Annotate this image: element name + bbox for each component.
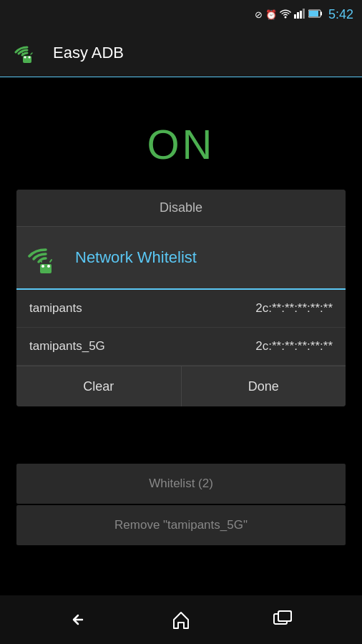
- network-name-1: tamipants: [29, 301, 82, 316]
- status-bar: ⊘ ⏰: [0, 0, 362, 29]
- network-whitelist-dialog: Disable Network Whitelist: [16, 190, 346, 406]
- app-icon: [11, 37, 43, 69]
- svg-rect-3: [300, 11, 302, 19]
- network-name-2: tamipants_5G: [29, 339, 105, 353]
- main-content: ON Disable Network White: [0, 77, 362, 561]
- nav-bar: [0, 595, 362, 644]
- whitelist-button[interactable]: Whitelist (2): [16, 464, 346, 504]
- svg-point-10: [29, 56, 31, 58]
- status-icons: ⊘ ⏰: [255, 9, 323, 21]
- app-logo-icon: [14, 40, 40, 66]
- home-button[interactable]: [160, 605, 202, 634]
- svg-rect-7: [309, 11, 318, 16]
- home-icon: [171, 610, 191, 630]
- dialog-title: Network Whitelist: [75, 248, 197, 267]
- network-row-2: tamipants_5G 2c:**:**:**:**:**: [16, 328, 346, 366]
- svg-rect-6: [321, 11, 322, 15]
- signal-icon: [294, 9, 305, 21]
- status-text: ON: [147, 120, 215, 168]
- recent-button[interactable]: [261, 605, 304, 634]
- back-button[interactable]: [58, 605, 101, 634]
- svg-rect-1: [294, 14, 296, 19]
- alarm-icon: ⏰: [265, 9, 277, 20]
- remove-button[interactable]: Remove "tamipants_5G": [16, 505, 346, 545]
- svg-rect-19: [278, 611, 291, 621]
- svg-point-9: [24, 56, 26, 58]
- svg-point-15: [47, 265, 50, 268]
- dialog-actions: Clear Done: [16, 366, 346, 406]
- mute-icon: ⊘: [255, 9, 263, 20]
- header-wifi-android-icon: [28, 240, 64, 275]
- clear-button[interactable]: Clear: [16, 366, 182, 406]
- svg-rect-4: [303, 9, 305, 19]
- svg-point-14: [41, 265, 44, 268]
- app-title: Easy ADB: [53, 44, 124, 62]
- status-time: 5:42: [328, 7, 353, 22]
- dialog-header: Network Whitelist: [16, 227, 346, 290]
- network-mac-1: 2c:**:**:**:**:**: [255, 301, 333, 316]
- svg-rect-2: [297, 12, 299, 19]
- battery-icon: [308, 9, 323, 20]
- svg-point-0: [284, 16, 286, 18]
- svg-line-17: [50, 260, 52, 262]
- network-row-1: tamipants 2c:**:**:**:**:**: [16, 290, 346, 328]
- app-bar: Easy ADB: [0, 29, 362, 77]
- done-button[interactable]: Done: [182, 366, 346, 406]
- svg-line-12: [31, 53, 32, 54]
- bottom-section: Whitelist (2) Remove "tamipants_5G": [16, 464, 346, 547]
- back-icon: [68, 610, 91, 630]
- network-list: tamipants 2c:**:**:**:**:** tamipants_5G…: [16, 290, 346, 366]
- disable-button[interactable]: Disable: [16, 190, 346, 227]
- network-mac-2: 2c:**:**:**:**:**: [255, 339, 333, 353]
- recent-icon: [273, 610, 293, 630]
- wifi-status-icon: [280, 9, 291, 21]
